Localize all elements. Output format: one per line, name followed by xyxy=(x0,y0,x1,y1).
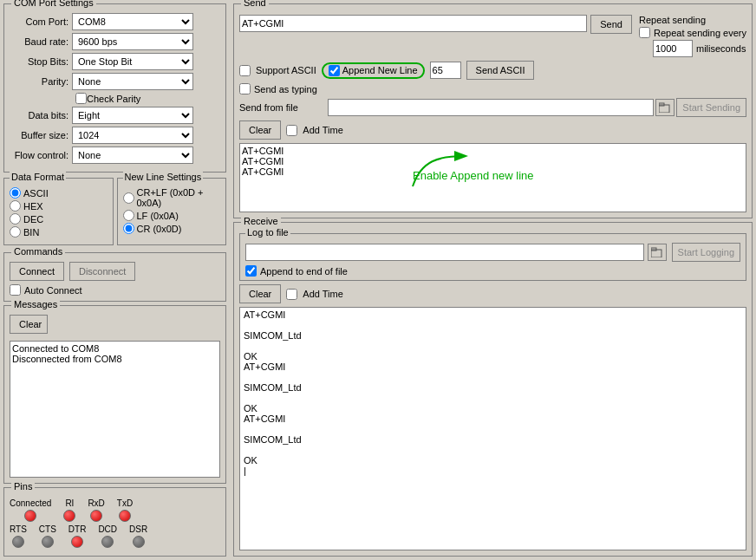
log-to-file-box: Log to file Start Logging Append to end … xyxy=(239,233,746,281)
messages-clear-button[interactable]: Clear xyxy=(10,315,48,334)
data-bits-select[interactable]: Eight xyxy=(72,107,193,124)
connect-button[interactable]: Connect xyxy=(10,262,64,281)
crlf-radio[interactable] xyxy=(123,192,134,204)
receive-add-time-checkbox[interactable] xyxy=(286,289,297,300)
send-title: Send xyxy=(241,0,269,8)
send-input[interactable] xyxy=(239,15,587,32)
pin-dtr-led xyxy=(71,536,83,548)
pins-section: Pins Connected RI RxD xyxy=(3,487,226,557)
milliseconds-label: miliseconds xyxy=(696,43,746,54)
append-new-line-checkbox[interactable] xyxy=(329,65,340,76)
send-add-time-checkbox[interactable] xyxy=(286,125,297,136)
pin-ri-led xyxy=(63,510,75,522)
bin-label: BIN xyxy=(23,227,39,238)
cr-radio[interactable] xyxy=(123,223,134,234)
pin-txd-led xyxy=(119,510,131,522)
disconnect-button[interactable]: Disconnect xyxy=(69,262,135,281)
dec-radio[interactable] xyxy=(10,213,21,225)
send-file-input[interactable] xyxy=(328,99,654,116)
com-port-label: Com Port: xyxy=(10,16,72,27)
start-logging-button[interactable]: Start Logging xyxy=(672,243,740,262)
data-format-box: Data Format ASCII HEX DEC BIN xyxy=(3,178,114,245)
repeat-sending-box: Repeat sending Repeat sending every mili… xyxy=(639,15,746,57)
flow-control-select[interactable]: None xyxy=(72,147,193,164)
send-ascii-button[interactable]: Send ASCII xyxy=(466,61,535,80)
append-to-end-checkbox[interactable] xyxy=(245,265,257,277)
pin-cts: CTS xyxy=(39,524,56,548)
commands-title: Commands xyxy=(11,246,65,257)
pin-rxd: RxD xyxy=(88,498,104,522)
send-as-typing-checkbox[interactable] xyxy=(239,83,251,94)
receive-clear-button[interactable]: Clear xyxy=(239,284,281,303)
repeat-sending-checkbox[interactable] xyxy=(639,27,650,38)
new-line-settings-box: New Line Settings CR+LF (0x0D + 0x0A) LF… xyxy=(117,178,227,245)
pins-title: Pins xyxy=(11,481,35,492)
append-new-line-group: Append New Line xyxy=(322,62,425,79)
data-bits-label: Data bits: xyxy=(10,110,72,120)
commands-section: Commands Connect Disconnect Auto Connect xyxy=(3,252,226,302)
stop-bits-select[interactable]: One Stop Bit xyxy=(72,53,193,70)
baud-rate-label: Baud rate: xyxy=(10,36,72,47)
messages-title: Messages xyxy=(11,299,60,309)
send-button[interactable]: Send xyxy=(590,15,632,34)
pin-connected: Connected xyxy=(10,498,51,522)
buffer-size-label: Buffer size: xyxy=(10,130,72,140)
parity-label: Parity: xyxy=(10,76,72,87)
append-to-end-label: Append to end of file xyxy=(260,266,348,277)
log-file-input[interactable] xyxy=(245,244,644,261)
hex-radio[interactable] xyxy=(10,200,21,212)
stop-bits-label: Stop Bits: xyxy=(10,56,72,67)
lf-radio[interactable] xyxy=(123,210,134,221)
log-to-file-title: Log to file xyxy=(245,227,290,238)
pin-dsr-led xyxy=(133,536,145,548)
new-line-settings-title: New Line Settings xyxy=(123,172,204,182)
repeat-every-label: Repeat sending every xyxy=(654,28,746,38)
pin-rxd-led xyxy=(90,510,102,522)
hex-label: HEX xyxy=(23,201,43,212)
buffer-size-select[interactable]: 1024 xyxy=(72,127,193,144)
pin-dsr: DSR xyxy=(129,524,147,548)
crlf-label: CR+LF (0x0D + 0x0A) xyxy=(137,187,221,208)
data-format-title: Data Format xyxy=(10,172,66,182)
check-parity-label: Check Parity xyxy=(87,94,140,104)
lf-label: LF (0x0A) xyxy=(137,211,179,221)
repeat-value-input[interactable] xyxy=(653,40,693,57)
parity-select[interactable]: None xyxy=(72,73,193,90)
receive-output: AT+CGMI SIMCOM_Ltd OK AT+CGMI SIMCOM_Ltd… xyxy=(239,307,746,550)
browse-send-file-button[interactable] xyxy=(655,99,675,116)
send-add-time-label: Add Time xyxy=(303,125,342,135)
repeat-sending-title: Repeat sending xyxy=(639,15,746,25)
dec-label: DEC xyxy=(23,214,43,225)
send-as-typing-label: Send as typing xyxy=(254,84,317,94)
support-ascii-checkbox[interactable] xyxy=(239,65,251,76)
pin-ri: RI xyxy=(63,498,75,522)
ascii-label: ASCII xyxy=(23,188,49,199)
pin-dcd-led xyxy=(101,536,114,548)
support-ascii-label: Support ASCII xyxy=(256,65,316,75)
ascii-value-input[interactable] xyxy=(430,62,461,79)
com-port-select[interactable]: COM8 xyxy=(72,13,193,30)
check-parity-checkbox[interactable] xyxy=(75,93,87,104)
auto-connect-checkbox[interactable] xyxy=(10,284,21,296)
messages-section: Messages Clear Connected to COM8 Disconn… xyxy=(3,305,226,484)
bin-radio[interactable] xyxy=(10,226,21,238)
send-from-file-label: Send from file xyxy=(239,102,298,113)
send-section: Send Send Repeat sending Repeat sending … xyxy=(233,3,753,218)
messages-output: Connected to COM8 Disconnected from COM8 xyxy=(10,341,220,478)
pin-connected-led xyxy=(24,510,36,522)
ascii-radio[interactable] xyxy=(10,187,21,199)
append-new-line-label: Append New Line xyxy=(342,65,418,75)
pin-rts: RTS xyxy=(10,524,27,548)
send-clear-button[interactable]: Clear xyxy=(239,120,281,140)
pin-rts-led xyxy=(12,536,24,548)
baud-rate-select[interactable]: 9600 bps xyxy=(72,33,193,50)
auto-connect-label: Auto Connect xyxy=(24,285,82,296)
send-output: AT+CGMI AT+CGMI AT+CGMI xyxy=(239,143,746,212)
browse-log-file-button[interactable] xyxy=(648,244,667,261)
cr-label: CR (0x0D) xyxy=(137,224,182,234)
pin-cts-led xyxy=(42,536,54,548)
receive-title: Receive xyxy=(241,216,281,226)
pin-dcd: DCD xyxy=(98,524,117,548)
start-sending-button[interactable]: Start Sending xyxy=(676,98,746,117)
receive-add-time-label: Add Time xyxy=(303,289,342,299)
